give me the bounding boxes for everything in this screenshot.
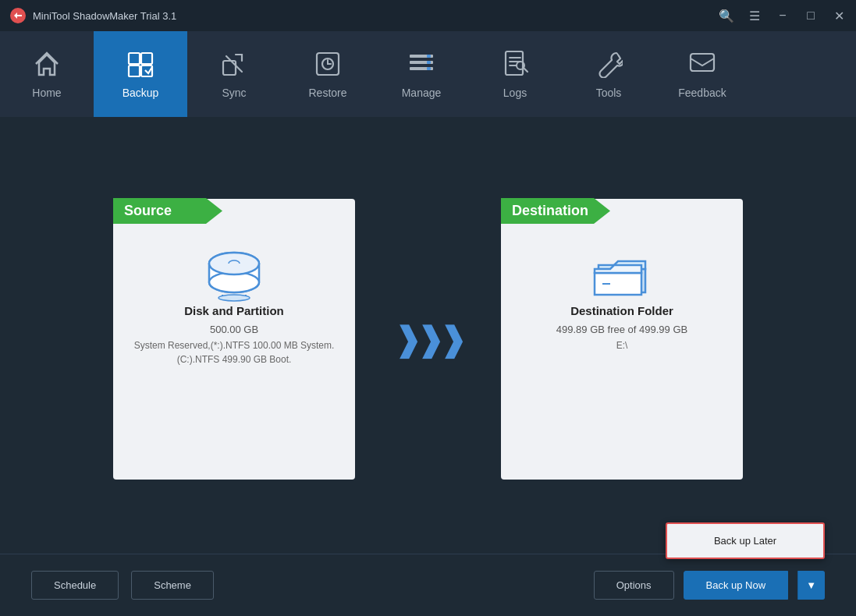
nav-label-home: Home — [32, 87, 61, 99]
nav-item-feedback[interactable]: Feedback — [655, 31, 749, 117]
destination-card[interactable]: Destination Folder 499.89 GB free of 499… — [501, 199, 743, 480]
menu-icon[interactable]: ☰ — [747, 8, 762, 23]
source-card-wrapper: Source Disk and Partition 500.00 GB Syst… — [113, 199, 355, 480]
title-bar: MiniTool ShadowMaker Trial 3.1 🔍 ☰ − □ ✕ — [0, 0, 856, 31]
title-controls: 🔍 ☰ − □ ✕ — [719, 8, 847, 23]
source-card-title: Disk and Partition — [184, 304, 284, 317]
nav-item-home[interactable]: Home — [0, 31, 94, 117]
source-label: Source — [113, 198, 222, 224]
logs-icon — [501, 50, 529, 82]
schedule-button[interactable]: Schedule — [31, 571, 119, 600]
svg-rect-14 — [506, 51, 523, 75]
options-button[interactable]: Options — [594, 571, 674, 600]
source-card-detail: System Reserved,(*:).NTFS 100.00 MB Syst… — [129, 338, 339, 366]
backup-later-popup: Back up Later — [666, 522, 825, 559]
maximize-icon[interactable]: □ — [803, 8, 819, 23]
manage-icon — [407, 50, 435, 82]
arrows-icon: ❱❱❱ — [394, 320, 462, 359]
svg-rect-11 — [427, 55, 431, 58]
destination-card-free: 499.89 GB free of 499.99 GB — [556, 324, 687, 335]
disk-icon — [199, 242, 269, 304]
svg-rect-1 — [129, 53, 140, 64]
sync-icon — [220, 50, 248, 82]
nav-label-logs: Logs — [503, 87, 527, 99]
close-icon[interactable]: ✕ — [831, 8, 847, 23]
restore-icon — [314, 50, 342, 82]
destination-card-wrapper: Destination Destination Folder 499.89 GB… — [501, 199, 743, 480]
title-left: MiniTool ShadowMaker Trial 3.1 — [9, 7, 176, 24]
nav-label-sync: Sync — [222, 87, 246, 99]
nav-label-tools: Tools — [596, 87, 622, 99]
app-logo — [9, 7, 27, 24]
nav-label-feedback: Feedback — [678, 87, 726, 99]
svg-rect-12 — [427, 61, 431, 64]
home-icon — [33, 50, 61, 82]
backup-later-button[interactable]: Back up Later — [667, 524, 823, 558]
nav-bar: Home Backup Sync — [0, 31, 856, 117]
destination-card-path: E:\ — [616, 338, 628, 352]
nav-item-backup[interactable]: Backup — [94, 31, 187, 117]
tools-icon — [595, 50, 623, 82]
backup-now-button[interactable]: Back up Now — [684, 571, 789, 600]
backup-dropdown-button[interactable]: ▼ — [797, 571, 825, 600]
source-card-size: 500.00 GB — [210, 324, 258, 335]
nav-label-backup: Backup — [123, 87, 159, 99]
destination-label: Destination — [501, 198, 610, 224]
app-title: MiniTool ShadowMaker Trial 3.1 — [33, 10, 176, 22]
destination-card-title: Destination Folder — [570, 304, 673, 317]
svg-rect-16 — [691, 54, 714, 71]
bottom-bar: Schedule Scheme Options Back up Now ▼ Ba… — [0, 554, 856, 616]
scheme-button[interactable]: Scheme — [131, 571, 214, 600]
svg-point-20 — [218, 295, 250, 301]
bottom-left: Schedule Scheme — [31, 571, 214, 600]
folder-icon — [587, 242, 657, 304]
nav-item-restore[interactable]: Restore — [281, 31, 375, 117]
nav-item-manage[interactable]: Manage — [375, 31, 468, 117]
nav-label-restore: Restore — [308, 87, 346, 99]
feedback-icon — [688, 50, 716, 82]
svg-point-19 — [209, 253, 259, 274]
svg-rect-13 — [427, 67, 431, 70]
nav-item-sync[interactable]: Sync — [187, 31, 281, 117]
bottom-right: Options Back up Now ▼ Back up Later — [594, 571, 825, 600]
svg-rect-2 — [141, 53, 152, 64]
svg-rect-3 — [129, 65, 140, 76]
main-content: Source Disk and Partition 500.00 GB Syst… — [0, 117, 856, 554]
nav-label-manage: Manage — [402, 87, 442, 99]
nav-item-logs[interactable]: Logs — [468, 31, 562, 117]
source-card[interactable]: Disk and Partition 500.00 GB System Rese… — [113, 199, 355, 480]
minimize-icon[interactable]: − — [775, 8, 790, 23]
search-icon[interactable]: 🔍 — [719, 8, 734, 23]
nav-item-tools[interactable]: Tools — [562, 31, 655, 117]
backup-icon — [126, 50, 155, 82]
